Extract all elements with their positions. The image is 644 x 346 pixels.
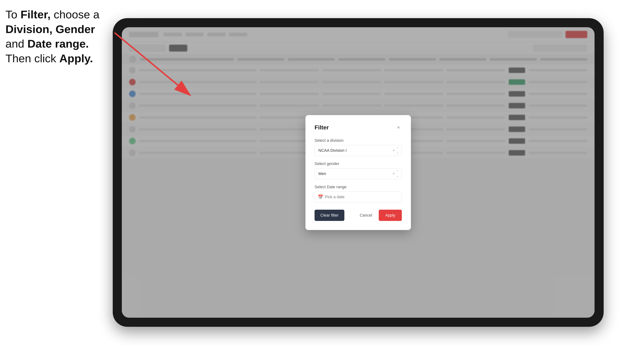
modal-footer: Clear filter Cancel Apply [314, 210, 402, 221]
modal-overlay: Filter × Select a division NCAA Division… [122, 27, 594, 318]
gender-form-group: Select gender Men × ⌃⌄ [314, 161, 402, 179]
instruction-text: To Filter, choose a Division, Gender and… [6, 7, 107, 66]
instruction-bold2: Division, Gender [6, 23, 95, 35]
modal-header: Filter × [314, 124, 402, 131]
division-form-group: Select a division NCAA Division I × ⌃⌄ [314, 138, 402, 156]
division-select[interactable]: NCAA Division I [314, 145, 402, 156]
division-select-wrapper: NCAA Division I × ⌃⌄ [314, 145, 402, 156]
division-label: Select a division [314, 138, 402, 143]
filter-modal: Filter × Select a division NCAA Division… [306, 115, 411, 230]
cancel-button[interactable]: Cancel [356, 210, 376, 221]
instruction-line4: Then click Apply. [6, 52, 93, 65]
date-range-input[interactable] [314, 191, 402, 202]
gender-clear-icon[interactable]: × [392, 172, 395, 176]
gender-select[interactable]: Men [314, 168, 402, 179]
date-form-group: Select Date range 📅 [314, 185, 402, 202]
tablet-screen: Filter × Select a division NCAA Division… [122, 27, 594, 318]
date-input-wrapper: 📅 [314, 191, 402, 202]
date-label: Select Date range [314, 185, 402, 189]
tablet-device: Filter × Select a division NCAA Division… [113, 18, 604, 327]
gender-label: Select gender [314, 161, 402, 166]
division-clear-icon[interactable]: × [392, 148, 395, 153]
instruction-line3: and Date range. [6, 37, 89, 50]
modal-close-button[interactable]: × [395, 124, 402, 131]
apply-button[interactable]: Apply [379, 210, 402, 221]
instruction-line1: To Filter, choose a [6, 8, 100, 21]
gender-select-wrapper: Men × ⌃⌄ [314, 168, 402, 179]
modal-footer-right: Cancel Apply [356, 210, 402, 221]
modal-title: Filter [314, 124, 329, 131]
clear-filter-button[interactable]: Clear filter [314, 210, 344, 221]
